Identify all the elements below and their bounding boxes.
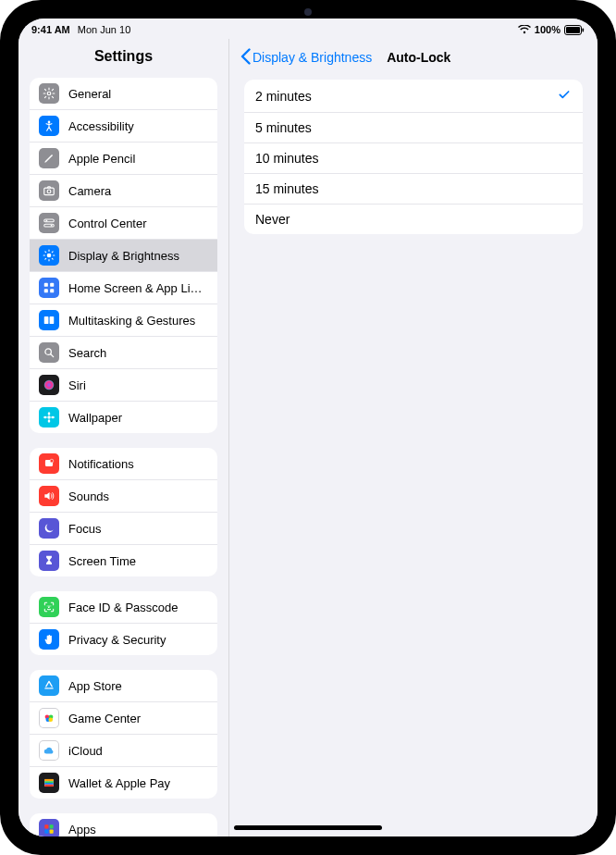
svg-rect-1	[566, 27, 580, 33]
sidebar-item-label: Search	[68, 346, 208, 360]
svg-rect-9	[44, 224, 55, 227]
hourglass-icon	[39, 551, 59, 571]
search-icon	[39, 342, 59, 363]
switches-icon	[39, 213, 59, 233]
sidebar-group: NotificationsSoundsFocusScreen Time	[30, 448, 217, 576]
option-label: Never	[255, 212, 290, 227]
screen: 9:41 AM Mon Jun 10 100% Settings General…	[18, 19, 598, 836]
hand-icon	[39, 629, 59, 650]
moon-icon	[39, 518, 59, 539]
sidebar-item-privacy-security[interactable]: Privacy & Security	[30, 623, 217, 655]
flower-icon	[39, 407, 59, 428]
device-frame: 9:41 AM Mon Jun 10 100% Settings General…	[0, 0, 616, 855]
sidebar-item-face-id-passcode[interactable]: Face ID & Passcode	[30, 591, 217, 623]
sidebar-item-home-screen-app-library[interactable]: Home Screen & App Library	[30, 271, 217, 304]
sidebar-item-label: Siri	[68, 378, 208, 392]
status-bar: 9:41 AM Mon Jun 10 100%	[18, 19, 598, 39]
back-button[interactable]: Display & Brightness	[240, 48, 372, 68]
svg-point-20	[47, 415, 51, 419]
bell-icon	[39, 453, 59, 474]
auto-lock-option[interactable]: 15 minutes	[244, 173, 583, 204]
appstore-icon	[39, 675, 59, 696]
auto-lock-option[interactable]: 10 minutes	[244, 142, 583, 173]
checkmark-icon	[557, 87, 572, 105]
rects-icon	[39, 310, 59, 330]
svg-point-23	[43, 416, 47, 419]
sidebar-item-label: Control Center	[68, 217, 208, 230]
sidebar-item-siri[interactable]: Siri	[30, 368, 217, 401]
sidebar-item-accessibility[interactable]: Accessibility	[30, 109, 217, 142]
svg-rect-12	[44, 283, 48, 287]
sidebar-group: Face ID & PasscodePrivacy & Security	[30, 591, 217, 655]
figure-icon	[39, 116, 59, 136]
sidebar-item-wallpaper[interactable]: Wallpaper	[30, 401, 217, 433]
svg-point-26	[50, 459, 54, 463]
detail-title: Auto-Lock	[387, 50, 450, 65]
svg-rect-2	[583, 28, 585, 31]
svg-rect-5	[44, 188, 55, 195]
pencil-icon	[39, 148, 59, 168]
sidebar-item-multitasking-gestures[interactable]: Multitasking & Gestures	[30, 304, 217, 336]
sidebar-item-label: Notifications	[68, 457, 208, 471]
sidebar-item-label: Sounds	[68, 489, 208, 503]
svg-rect-34	[44, 779, 53, 781]
sidebar-item-label: Camera	[68, 184, 208, 198]
sidebar-item-game-center[interactable]: Game Center	[30, 701, 217, 734]
svg-rect-16	[44, 316, 49, 324]
svg-rect-41	[50, 830, 54, 834]
sidebar-item-camera[interactable]: Camera	[30, 174, 217, 206]
sidebar-title: Settings	[18, 39, 228, 72]
svg-point-22	[48, 419, 51, 423]
sidebar-item-apple-pencil[interactable]: Apple Pencil	[30, 142, 217, 174]
sidebar-item-label: Accessibility	[68, 119, 208, 133]
sidebar-item-app-store[interactable]: App Store	[30, 670, 217, 701]
home-indicator[interactable]	[234, 825, 382, 830]
sidebar-item-general[interactable]: General	[30, 78, 217, 109]
sidebar-item-display-brightness[interactable]: Display & Brightness	[30, 239, 217, 271]
grid-icon	[39, 278, 59, 298]
sidebar-item-apps[interactable]: Apps	[30, 813, 217, 836]
sidebar-item-label: iCloud	[68, 744, 208, 758]
sidebar-item-label: Apps	[68, 823, 208, 836]
split-view: Settings GeneralAccessibilityApple Penci…	[18, 39, 598, 836]
gear-icon	[39, 83, 59, 104]
sidebar-item-icloud[interactable]: iCloud	[30, 734, 217, 766]
sidebar-item-search[interactable]: Search	[30, 336, 217, 368]
sidebar-item-notifications[interactable]: Notifications	[30, 448, 217, 479]
gamecenter-icon	[39, 708, 59, 728]
svg-rect-7	[44, 219, 55, 222]
sidebar-item-control-center[interactable]: Control Center	[30, 206, 217, 239]
auto-lock-option[interactable]: Never	[244, 204, 583, 234]
auto-lock-option[interactable]: 2 minutes	[244, 80, 583, 112]
auto-lock-option[interactable]: 5 minutes	[244, 112, 583, 142]
detail-pane: Display & Brightness Auto-Lock 2 minutes…	[229, 39, 598, 836]
svg-rect-39	[50, 824, 54, 828]
svg-rect-14	[44, 289, 48, 292]
cloud-icon	[39, 740, 59, 761]
svg-rect-38	[44, 824, 48, 828]
sidebar-item-label: Face ID & Passcode	[68, 601, 208, 614]
svg-point-6	[47, 190, 51, 193]
option-label: 15 minutes	[255, 181, 318, 196]
status-date: Mon Jun 10	[78, 24, 130, 35]
battery-percent: 100%	[535, 24, 561, 35]
sidebar-item-sounds[interactable]: Sounds	[30, 479, 217, 512]
back-label: Display & Brightness	[253, 50, 372, 65]
apps-icon	[39, 819, 59, 836]
svg-point-11	[47, 254, 52, 258]
sidebar-item-label: Home Screen & App Library	[68, 281, 208, 295]
svg-point-21	[48, 412, 51, 415]
sidebar-group: Apps	[30, 813, 217, 836]
sidebar-item-label: Wallet & Apple Pay	[68, 776, 208, 790]
camera-icon	[39, 180, 59, 201]
sun-icon	[39, 245, 59, 266]
sidebar-item-wallet-apple-pay[interactable]: Wallet & Apple Pay	[30, 766, 217, 799]
sidebar-item-focus[interactable]: Focus	[30, 512, 217, 544]
front-camera	[304, 8, 312, 16]
sidebar-item-label: Wallpaper	[68, 411, 208, 425]
chevron-left-icon	[240, 48, 251, 68]
sidebar-item-label: Focus	[68, 522, 208, 536]
sidebar-list[interactable]: GeneralAccessibilityApple PencilCameraCo…	[18, 72, 228, 836]
sidebar-item-screen-time[interactable]: Screen Time	[30, 544, 217, 576]
sidebar-item-label: Game Center	[68, 712, 208, 725]
